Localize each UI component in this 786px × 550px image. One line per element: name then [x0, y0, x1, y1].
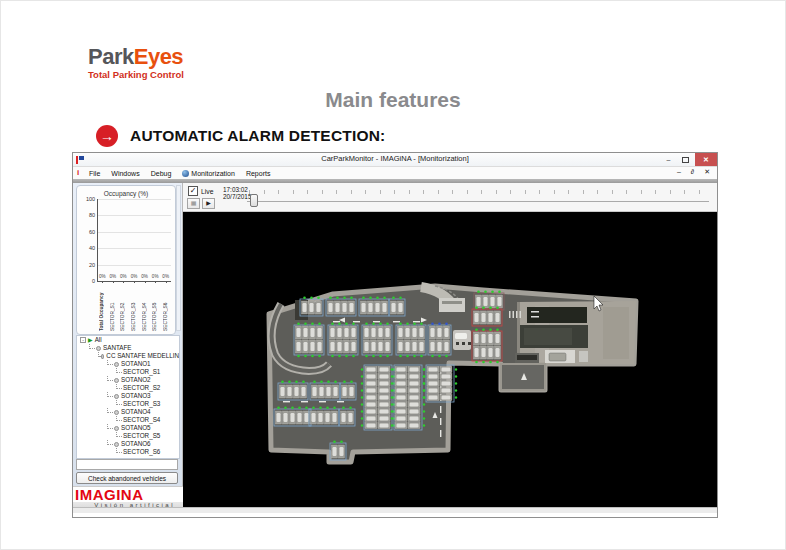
menu-reports[interactable]: Reports — [246, 170, 271, 177]
feature-bullet: → AUTOMATIC ALARM DETECTION: — [96, 124, 385, 148]
live-checkbox-wrap[interactable]: ✓ Live — [188, 186, 213, 196]
tree-connector — [116, 432, 122, 437]
slider-tick — [655, 190, 656, 194]
tree-node-sector_s1[interactable]: SECTOR_S1 — [77, 368, 179, 376]
menu-monitorization[interactable]: Monitorization — [182, 170, 235, 177]
minimize-button[interactable]: – — [660, 153, 677, 166]
tree-connector — [107, 360, 113, 365]
tree-connector — [116, 448, 122, 453]
slider-thumb[interactable] — [250, 194, 258, 207]
tree-node-label: SOTANO1 — [121, 360, 151, 368]
slider-tick — [394, 190, 395, 194]
menu-file[interactable]: File — [89, 170, 100, 177]
slider-tick — [626, 190, 627, 194]
play-button[interactable]: ▶ — [202, 198, 215, 209]
node-icon[interactable] — [114, 362, 119, 367]
node-icon[interactable] — [96, 346, 101, 351]
slider-tick — [525, 190, 526, 194]
slider-tick — [423, 190, 424, 194]
tree-node-label: SECTOR_S4 — [123, 416, 160, 424]
brand-tagline: Total Parking Control — [88, 70, 184, 80]
tree-node-santafe[interactable]: SANTAFE — [77, 344, 179, 352]
menu-label: Reports — [246, 170, 271, 177]
tree-node-sotano4[interactable]: SOTANO4 — [77, 408, 179, 416]
chart-ytick-label: 0 — [86, 278, 95, 284]
tree-node-label: SOTANO6 — [121, 440, 151, 448]
slider-tick — [568, 190, 569, 194]
tree-node-sector_s4[interactable]: SECTOR_S4 — [77, 416, 179, 424]
chart-ytick-label: 80 — [86, 212, 95, 218]
globe-icon — [182, 170, 189, 177]
node-icon[interactable] — [114, 410, 119, 415]
tree-node-sotano6[interactable]: SOTANO6 — [77, 440, 179, 448]
node-icon[interactable] — [101, 354, 104, 359]
node-icon[interactable] — [114, 378, 119, 383]
tree-node-all[interactable]: -▶All — [77, 336, 179, 344]
zone-tree: -▶AllSANTAFECC SANTAFE MEDELLINSOTANO1SE… — [76, 335, 180, 459]
tree-node-cc santafe medellin[interactable]: CC SANTAFE MEDELLIN — [77, 352, 179, 360]
window-title: CarParkMonitor - IMAGiNA - [Monitorizati… — [73, 154, 717, 163]
menu-debug[interactable]: Debug — [151, 170, 172, 177]
arrow-circle-icon: → — [96, 125, 118, 147]
info-icon: i — [77, 168, 79, 177]
slider-tick — [554, 190, 555, 194]
tree-node-sector_s2[interactable]: SECTOR_S2 — [77, 384, 179, 392]
calendar-button[interactable]: ▦ — [187, 198, 200, 209]
menu-windows[interactable]: Windows — [111, 170, 139, 177]
slider-tick — [322, 190, 323, 194]
tree-node-label: SOTANO5 — [121, 424, 151, 432]
node-icon[interactable] — [114, 442, 119, 447]
occupancy-chart: Occupancy (%) 0204060801000%Total Occupa… — [76, 185, 176, 335]
floorplan-viewer[interactable] — [183, 212, 717, 513]
chart-xtick — [155, 281, 156, 283]
chart-xtick-label: SECTOR_S3 — [131, 285, 136, 331]
chart-xtick-label: SECTOR_S5 — [152, 285, 157, 331]
tree-connector — [116, 384, 122, 389]
chart-y-axis — [97, 199, 98, 281]
live-checkbox[interactable]: ✓ — [188, 186, 198, 196]
chart-xtick-label: SECTOR_S1 — [110, 285, 115, 331]
slider-tick — [539, 190, 540, 194]
slider-tick — [467, 190, 468, 194]
slider-tick — [351, 190, 352, 194]
panel-scrollbar[interactable] — [176, 185, 181, 331]
tree-node-sector_s3[interactable]: SECTOR_S3 — [77, 400, 179, 408]
status-bar — [73, 507, 717, 513]
chart-xtick-label: SECTOR_S4 — [142, 285, 147, 331]
tree-node-sector_s5[interactable]: SECTOR_S5 — [77, 432, 179, 440]
chart-value-label: 0% — [160, 274, 171, 279]
slider-tick — [452, 190, 453, 194]
tree-node-sotano2[interactable]: SOTANO2 — [77, 376, 179, 384]
slider-groove[interactable] — [247, 201, 709, 202]
tree-connector — [107, 440, 113, 445]
tree-connector — [98, 352, 100, 357]
tree-connector — [116, 416, 122, 421]
title-bar[interactable]: CarParkMonitor - IMAGiNA - [Monitorizati… — [73, 153, 717, 167]
slider-tick — [336, 190, 337, 194]
tree-node-sotano1[interactable]: SOTANO1 — [77, 360, 179, 368]
slider-tick — [510, 190, 511, 194]
menu-items: FileWindowsDebugMonitorizationReports — [89, 167, 281, 179]
feature-label: AUTOMATIC ALARM DETECTION: — [130, 127, 385, 145]
tree-node-label: SOTANO4 — [121, 408, 151, 416]
chart-value-label: 0% — [139, 274, 150, 279]
tree-node-sotano3[interactable]: SOTANO3 — [77, 392, 179, 400]
tree-node-sector_s6[interactable]: SECTOR_S6 — [77, 448, 179, 456]
floorplan-image — [183, 212, 717, 513]
tree-node-label: SOTANO2 — [121, 376, 151, 384]
expand-icon[interactable]: - — [80, 337, 86, 343]
slider-tick — [380, 190, 381, 194]
check-abandoned-button[interactable]: Check abandoned vehicles — [76, 472, 178, 484]
node-icon[interactable] — [114, 426, 119, 431]
chart-value-label: 0% — [150, 274, 161, 279]
tree-node-sotano5[interactable]: SOTANO5 — [77, 424, 179, 432]
close-button[interactable]: ✕ — [695, 153, 717, 166]
restore-button[interactable] — [677, 153, 694, 166]
abandoned-vehicles-input[interactable] — [76, 459, 178, 470]
timeline-slider[interactable] — [247, 183, 713, 212]
menu-label: File — [89, 170, 100, 177]
chart-ytick-label: 20 — [86, 262, 95, 268]
tree-node-label: SANTAFE — [103, 344, 132, 352]
mdi-window-controls[interactable]: – ∂ ✕ — [677, 168, 714, 176]
node-icon[interactable] — [114, 394, 119, 399]
